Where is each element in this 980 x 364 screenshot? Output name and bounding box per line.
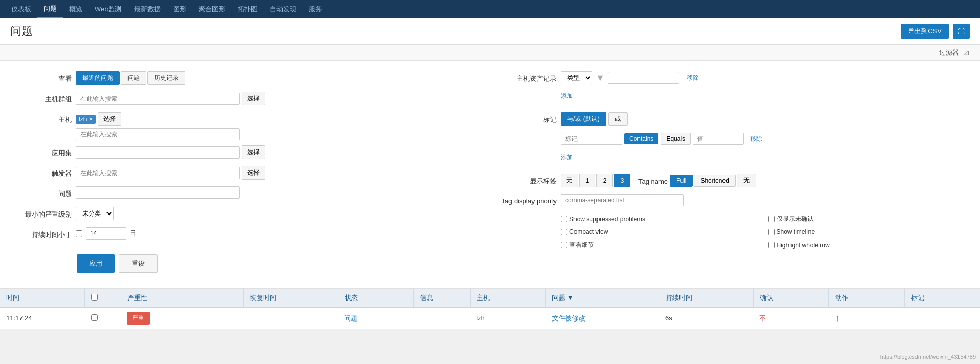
compact-view-checkbox[interactable]: [561, 229, 567, 235]
app-select-button[interactable]: 选择: [242, 145, 265, 159]
col-header-time[interactable]: 时间: [0, 289, 85, 307]
action-buttons: 应用 重设: [15, 254, 965, 273]
apply-button[interactable]: 应用: [77, 254, 115, 273]
detail-label[interactable]: 查看细节: [561, 241, 758, 249]
show-suppressed-label[interactable]: Show suppressed problems: [561, 215, 758, 223]
show-timeline-label[interactable]: Show timeline: [768, 228, 965, 235]
show-tags-2-button[interactable]: 2: [596, 174, 613, 187]
col-header-recovery[interactable]: 恢复时间: [244, 289, 338, 307]
severity-badge: 严重: [127, 312, 150, 325]
tag-op-and-or-button[interactable]: 与/或 (默认): [561, 112, 606, 126]
app-input[interactable]: [76, 146, 240, 159]
tab-problems[interactable]: 问题: [121, 71, 146, 85]
highlight-checkbox[interactable]: [768, 242, 775, 248]
host-search-input[interactable]: [76, 128, 240, 140]
compact-view-text: Compact view: [569, 228, 608, 235]
trigger-select-button[interactable]: 选择: [242, 166, 265, 180]
show-tags-3-button[interactable]: 3: [614, 174, 630, 187]
duration-checkbox[interactable]: [76, 230, 82, 237]
reset-button[interactable]: 重设: [119, 254, 158, 273]
host-tag-close-icon[interactable]: ✕: [89, 116, 93, 122]
nav-item-latest[interactable]: 最新数据: [128, 0, 167, 18]
show-suppressed-checkbox[interactable]: [561, 216, 567, 222]
host-group-row: 主机群组 选择: [15, 92, 480, 107]
fullscreen-button[interactable]: ⛶: [953, 24, 970, 39]
tag-priority-input[interactable]: [561, 194, 684, 206]
tag-name-input[interactable]: [561, 133, 622, 145]
show-timeline-checkbox[interactable]: [768, 229, 775, 235]
filter-right-column: 主机资产记录 类型 ▼ 移除 添加 标记 与/或 (默认): [500, 71, 965, 249]
cell-info: [414, 307, 471, 329]
tag-remove-link[interactable]: 移除: [750, 135, 762, 143]
export-csv-button[interactable]: 导出到CSV: [901, 24, 949, 39]
col-header-severity[interactable]: 严重性: [121, 289, 244, 307]
min-severity-control: 未分类: [76, 207, 480, 220]
min-severity-label: 最小的严重级别: [15, 207, 72, 219]
duration-unit: 日: [130, 229, 136, 238]
col-header-host[interactable]: 主机: [470, 289, 546, 307]
status-link[interactable]: 问题: [344, 314, 357, 322]
duration-input[interactable]: [86, 227, 126, 240]
host-inventory-remove-link[interactable]: 移除: [687, 74, 699, 82]
tag-full-button[interactable]: Full: [670, 175, 693, 187]
highlight-text: Highlight whole row: [777, 242, 830, 249]
col-header-status[interactable]: 状态: [338, 289, 414, 307]
tag-none-button[interactable]: 无: [737, 174, 756, 187]
tag-shortened-button[interactable]: Shortened: [694, 175, 735, 187]
show-suppressed-text: Show suppressed problems: [569, 216, 645, 223]
tag-value-input[interactable]: [693, 133, 744, 145]
problem-input[interactable]: [76, 186, 240, 199]
host-inventory-value-input[interactable]: [608, 72, 679, 84]
detail-checkbox[interactable]: [561, 242, 567, 248]
tag-op-or-button[interactable]: 或: [608, 112, 628, 126]
only-unconfirmed-label[interactable]: 仅显示未确认: [768, 215, 965, 223]
host-link[interactable]: lzh: [476, 314, 485, 322]
trigger-input[interactable]: [76, 167, 240, 179]
col-header-ack[interactable]: 确认: [753, 289, 829, 307]
show-timeline-text: Show timeline: [777, 228, 815, 235]
nav-item-composite[interactable]: 聚合图形: [193, 0, 231, 18]
tag-filter-row: Contains Equals 移除: [500, 133, 965, 148]
nav-item-graphs[interactable]: 图形: [167, 0, 193, 18]
nav-item-overview[interactable]: 概览: [63, 0, 89, 18]
tag-contains-button[interactable]: Contains: [624, 133, 658, 144]
filter-icon[interactable]: ⊿: [963, 48, 970, 57]
only-unconfirmed-checkbox[interactable]: [768, 216, 775, 222]
problem-link[interactable]: 文件被修改: [552, 314, 585, 322]
show-tags-label: 显示标签: [500, 174, 557, 186]
nav-item-topology[interactable]: 拓扑图: [231, 0, 264, 18]
nav-item-dashboard[interactable]: 仪表板: [5, 0, 37, 18]
tab-history[interactable]: 历史记录: [147, 71, 185, 85]
select-all-checkbox[interactable]: [91, 294, 98, 301]
tag-add-link[interactable]: 添加: [561, 153, 573, 162]
nav-item-discovery[interactable]: 自动发现: [264, 0, 303, 18]
action-arrow-icon[interactable]: ↑: [835, 313, 840, 323]
table-header-row: 时间 严重性 恢复时间 状态 信息 主机 问题 ▼ 持续时间 确认 动作 标记: [0, 289, 980, 307]
host-inventory-control: 类型 ▼ 移除: [561, 71, 965, 84]
tab-recent-problems[interactable]: 最近的问题: [76, 71, 120, 85]
host-inventory-type-select[interactable]: 类型: [561, 71, 592, 84]
host-group-input[interactable]: [76, 93, 240, 105]
highlight-label[interactable]: Highlight whole row: [768, 241, 965, 249]
col-header-actions[interactable]: 动作: [829, 289, 905, 307]
nav-item-web[interactable]: Web监测: [89, 0, 128, 18]
show-tags-1-button[interactable]: 1: [579, 174, 595, 187]
cell-tags: [904, 307, 980, 329]
host-select-button[interactable]: 选择: [98, 112, 121, 126]
col-header-info[interactable]: 信息: [414, 289, 471, 307]
nav-item-problems[interactable]: 问题: [37, 0, 63, 18]
col-header-tags[interactable]: 标记: [904, 289, 980, 307]
col-header-check[interactable]: [85, 289, 121, 307]
row-checkbox[interactable]: [91, 314, 98, 321]
tag-equals-button[interactable]: Equals: [661, 133, 691, 145]
tag-filter-control: Contains Equals 移除: [561, 133, 965, 145]
show-tags-0-button[interactable]: 无: [561, 174, 578, 187]
col-header-duration[interactable]: 持续时间: [659, 289, 753, 307]
nav-item-services[interactable]: 服务: [303, 0, 328, 18]
compact-view-label[interactable]: Compact view: [561, 228, 758, 235]
cell-ack: 不: [753, 307, 829, 329]
col-header-problem[interactable]: 问题 ▼: [546, 289, 659, 307]
min-severity-select[interactable]: 未分类: [76, 207, 114, 220]
host-inventory-add-link[interactable]: 添加: [561, 92, 573, 100]
host-group-select-button[interactable]: 选择: [242, 92, 265, 105]
